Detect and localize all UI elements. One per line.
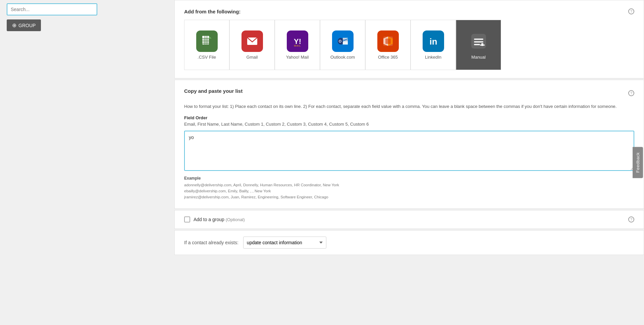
feedback-button[interactable]: Feedback <box>633 147 643 178</box>
manual-label: Manual <box>471 55 486 60</box>
source-outlook[interactable]: O Outlook.com <box>320 20 365 70</box>
field-order-label: Field Order <box>184 115 634 120</box>
source-gmail[interactable]: Gmail <box>229 20 275 70</box>
group-left: Add to a group (Optional) <box>184 216 245 222</box>
svg-rect-26 <box>474 41 483 43</box>
csv-icon <box>196 30 218 52</box>
add-from-help-icon[interactable]: ? <box>628 8 634 14</box>
sources-grid: .CSV File Gmail <box>184 20 634 70</box>
outlook-label: Outlook.com <box>330 55 355 60</box>
office365-label: Office 365 <box>378 55 398 60</box>
example-lines: adonnelly@delivership.com, April, Donnel… <box>184 182 634 200</box>
source-linkedin[interactable]: in LinkedIn <box>411 20 456 70</box>
source-manual[interactable]: Manual <box>456 20 501 70</box>
linkedin-label: LinkedIn <box>425 55 441 60</box>
office365-icon <box>377 30 399 52</box>
paste-textarea[interactable]: yo <box>184 131 634 171</box>
add-to-group-checkbox[interactable] <box>184 216 190 222</box>
example-label: Example <box>184 176 634 181</box>
sidebar-input-wrapper <box>7 3 168 15</box>
search-input[interactable] <box>7 3 97 15</box>
source-yahoo[interactable]: Y! MAIL Yahoo! Mail <box>275 20 320 70</box>
add-to-group-label: Add to a group (Optional) <box>194 217 245 222</box>
sidebar: ⊕ GROUP <box>0 0 174 325</box>
gmail-icon <box>241 30 263 52</box>
yahoo-icon: Y! MAIL <box>287 30 308 52</box>
outlook-icon: O <box>332 30 354 52</box>
plus-icon: ⊕ <box>12 22 16 28</box>
svg-rect-21 <box>385 39 391 44</box>
svg-text:MAIL: MAIL <box>294 45 301 47</box>
example-line-1: adonnelly@delivership.com, April, Donnel… <box>184 182 634 188</box>
source-office365[interactable]: Office 365 <box>365 20 411 70</box>
svg-text:O: O <box>338 39 341 43</box>
gmail-label: Gmail <box>247 55 258 60</box>
add-from-section: Add from the following: ? <box>174 0 644 78</box>
source-csv[interactable]: .CSV File <box>184 20 229 70</box>
csv-label: .CSV File <box>198 55 216 60</box>
add-to-group-help-icon[interactable]: ? <box>628 216 634 222</box>
contact-exists-select[interactable]: update contact information do not update… <box>243 237 326 249</box>
main-content: Add from the following: ? <box>174 0 644 325</box>
example-line-2: ebailly@delivership.com, Emily, Bailly, … <box>184 188 634 194</box>
manual-icon <box>468 30 489 52</box>
svg-rect-2 <box>202 36 209 37</box>
linkedin-icon: in <box>423 30 444 52</box>
group-button[interactable]: ⊕ GROUP <box>7 19 41 31</box>
group-button-label: GROUP <box>18 23 36 28</box>
contact-exists-section: If a contact already exists: update cont… <box>174 230 644 255</box>
add-to-group-section: Add to a group (Optional) ? <box>174 210 644 229</box>
copy-paste-title: Copy and paste your list <box>184 88 243 94</box>
svg-rect-29 <box>480 45 485 46</box>
yahoo-label: Yahoo! Mail <box>286 55 309 60</box>
copy-paste-help-icon[interactable]: ? <box>628 90 634 96</box>
copy-paste-section: Copy and paste your list ? How to format… <box>174 80 644 209</box>
example-line-3: jramirez@delivership.com, Juan, Ramirez,… <box>184 194 634 200</box>
svg-rect-25 <box>474 39 483 40</box>
svg-rect-27 <box>474 44 480 45</box>
copy-paste-header: Copy and paste your list ? <box>184 88 634 98</box>
contact-exists-label: If a contact already exists: <box>184 240 238 245</box>
copy-paste-description: How to format your list: 1) Place each c… <box>184 103 634 110</box>
add-from-title: Add from the following: <box>184 9 240 14</box>
svg-text:in: in <box>429 37 437 47</box>
add-from-header: Add from the following: ? <box>184 8 634 14</box>
field-order-value: Email, First Name, Last Name, Custom 1, … <box>184 122 634 127</box>
example-section: Example adonnelly@delivership.com, April… <box>184 176 634 200</box>
